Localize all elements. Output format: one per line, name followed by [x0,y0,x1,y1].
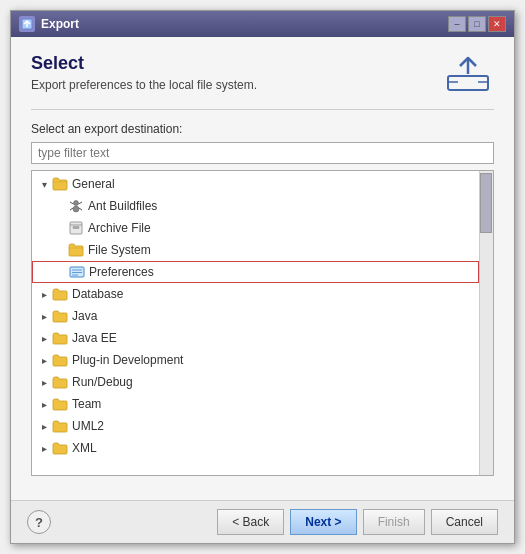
toggle-rundebug[interactable] [36,374,52,390]
export-window: Export – □ ✕ Select Export preferences t… [10,10,515,544]
main-content: Select Export preferences to the local f… [11,37,514,500]
team-folder-icon [52,397,68,411]
tree-item-general-label: General [72,177,115,191]
scrollbar-thumb[interactable] [480,173,492,233]
tree-item-xml-label: XML [72,441,97,455]
tree-item-java-label: Java [72,309,97,323]
window-icon [19,16,35,32]
tree-item-xml[interactable]: XML [32,437,479,459]
ant-icon [68,199,84,213]
header-section: Select Export preferences to the local f… [31,53,494,97]
minimize-button[interactable]: – [448,16,466,32]
tree-item-ant-label: Ant Buildfiles [88,199,157,213]
tree-item-general[interactable]: General [32,173,479,195]
export-icon-container [442,53,494,97]
tree-item-plugin[interactable]: Plug-in Development [32,349,479,371]
svg-line-10 [70,208,73,210]
tree-item-preferences[interactable]: Preferences [32,261,479,283]
svg-line-11 [79,208,82,210]
maximize-button[interactable]: □ [468,16,486,32]
uml2-folder-icon [52,419,68,433]
folder-open-icon [52,177,68,191]
database-folder-icon [52,287,68,301]
toggle-plugin[interactable] [36,352,52,368]
tree-item-team[interactable]: Team [32,393,479,415]
toggle-java[interactable] [36,308,52,324]
svg-rect-14 [73,227,79,229]
tree-container[interactable]: General [31,170,494,476]
tree-item-java[interactable]: Java [32,305,479,327]
svg-line-8 [70,202,74,204]
title-bar: Export – □ ✕ [11,11,514,37]
tree-item-database[interactable]: Database [32,283,479,305]
rundebug-folder-icon [52,375,68,389]
tree-item-database-label: Database [72,287,123,301]
toggle-uml2[interactable] [36,418,52,434]
footer: ? < Back Next > Finish Cancel [11,500,514,543]
xml-folder-icon [52,441,68,455]
tree-item-archive[interactable]: Archive File [32,217,479,239]
tree-item-plugin-label: Plug-in Development [72,353,183,367]
scrollbar-track[interactable] [479,171,493,475]
tree-item-rundebug-label: Run/Debug [72,375,133,389]
svg-line-9 [79,202,83,204]
tree-item-preferences-label: Preferences [89,265,154,279]
page-title: Select [31,53,442,74]
javaee-folder-icon [52,331,68,345]
cancel-button[interactable]: Cancel [431,509,498,535]
page-subtitle: Export preferences to the local file sys… [31,78,442,92]
title-controls: – □ ✕ [448,16,506,32]
tree-item-uml2-label: UML2 [72,419,104,433]
finish-button[interactable]: Finish [363,509,425,535]
header-divider [31,109,494,110]
tree-label: Select an export destination: [31,122,494,136]
help-button[interactable]: ? [27,510,51,534]
tree-item-rundebug[interactable]: Run/Debug [32,371,479,393]
tree-item-uml2[interactable]: UML2 [32,415,479,437]
tree-item-team-label: Team [72,397,101,411]
tree-list: General [32,171,493,461]
toggle-xml[interactable] [36,440,52,456]
export-icon [446,56,490,94]
header-text: Select Export preferences to the local f… [31,53,442,92]
filter-input[interactable] [31,142,494,164]
window-title: Export [41,17,79,31]
svg-rect-2 [448,76,488,90]
next-button[interactable]: Next > [290,509,356,535]
java-folder-icon [52,309,68,323]
tree-item-javaee-label: Java EE [72,331,117,345]
toggle-javaee[interactable] [36,330,52,346]
toggle-database[interactable] [36,286,52,302]
prefs-icon [69,265,85,279]
svg-point-6 [74,201,79,206]
tree-item-ant[interactable]: Ant Buildfiles [32,195,479,217]
svg-point-7 [73,206,79,212]
tree-item-filesystem[interactable]: File System [32,239,479,261]
tree-item-javaee[interactable]: Java EE [32,327,479,349]
toggle-team[interactable] [36,396,52,412]
back-button[interactable]: < Back [217,509,284,535]
archive-icon [68,221,84,235]
tree-item-filesystem-label: File System [88,243,151,257]
svg-rect-15 [70,267,84,277]
toggle-general[interactable] [36,176,52,192]
title-bar-left: Export [19,16,79,32]
plugin-folder-icon [52,353,68,367]
close-button[interactable]: ✕ [488,16,506,32]
tree-item-archive-label: Archive File [88,221,151,235]
filesystem-folder-icon [68,243,84,257]
